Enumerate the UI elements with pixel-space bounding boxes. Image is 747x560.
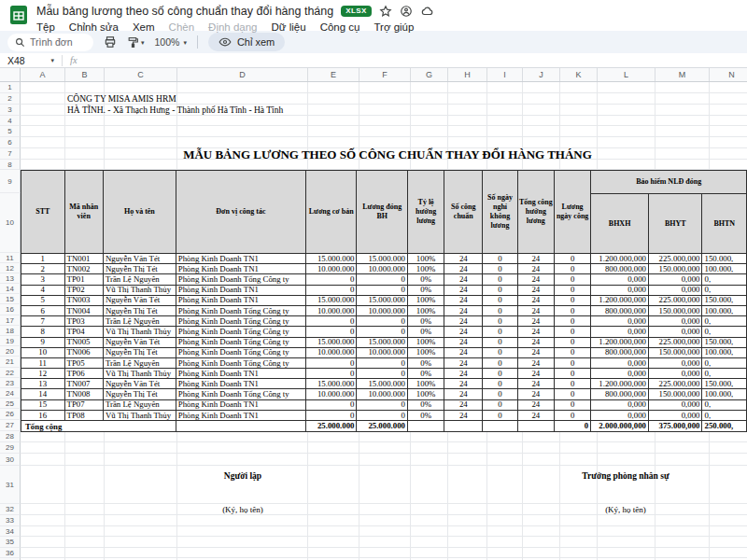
data-cell[interactable]: 0,000 [648, 285, 702, 295]
data-cell[interactable]: 0,000 [648, 410, 702, 420]
grid-cell[interactable] [359, 515, 411, 526]
grid-cell[interactable] [598, 454, 655, 466]
grid-cell[interactable] [359, 82, 411, 93]
grid-cell[interactable] [411, 82, 448, 93]
data-cell[interactable]: Vũ Thị Thanh Thủy [103, 410, 176, 420]
data-cell[interactable]: Vũ Thị Thanh Thủy [103, 327, 176, 337]
data-cell[interactable]: Trần Lệ Nguyên [103, 316, 176, 327]
data-cell[interactable]: TP04 [64, 327, 103, 337]
data-cell[interactable]: 0, [702, 357, 747, 368]
grid-cell[interactable] [710, 515, 747, 526]
data-cell[interactable]: 15.000.000 [357, 295, 407, 305]
grid-cell[interactable] [523, 515, 560, 526]
grid-cell[interactable] [65, 431, 105, 442]
data-cell[interactable]: Trần Lệ Nguyên [103, 399, 176, 410]
grid-cell[interactable] [411, 548, 448, 558]
data-cell[interactable]: 0 [483, 357, 517, 368]
data-cell[interactable]: 10 [21, 347, 65, 357]
data-cell[interactable]: Vũ Thị Thanh Thủy [103, 285, 176, 295]
grid-cell[interactable] [21, 442, 65, 454]
data-cell[interactable]: TP02 [64, 285, 103, 295]
grid-cell[interactable] [411, 105, 448, 116]
grid-cell[interactable] [710, 454, 747, 466]
data-cell[interactable]: 0 [306, 357, 357, 368]
row-header[interactable]: 9 [0, 170, 21, 193]
grid-cell[interactable] [487, 116, 523, 126]
grid-cell[interactable] [598, 105, 655, 116]
data-cell[interactable]: 0 [554, 264, 590, 274]
data-cell[interactable]: 0 [483, 285, 517, 295]
data-cell[interactable]: 0 [483, 254, 517, 264]
grid-cell[interactable] [65, 526, 105, 537]
data-cell[interactable]: 24 [444, 347, 483, 357]
data-cell[interactable]: 100.000, [702, 264, 747, 274]
grid-cell[interactable] [448, 431, 487, 442]
data-cell[interactable]: 24 [444, 410, 483, 420]
select-all-corner[interactable] [0, 68, 21, 81]
grid-cell[interactable] [177, 82, 308, 93]
cloud-status-icon[interactable] [420, 5, 434, 18]
data-cell[interactable]: 0 [554, 357, 590, 368]
grid-cell[interactable] [411, 537, 448, 548]
col-header-stt[interactable]: STT [21, 171, 65, 254]
grid-cell[interactable] [448, 515, 487, 526]
grid-cell[interactable] [21, 82, 65, 93]
grid-cell[interactable] [710, 82, 747, 93]
grid-cell[interactable] [487, 126, 523, 137]
grid-cell[interactable] [177, 454, 308, 466]
col-header-luongdongbh[interactable]: Lương đóng BH [357, 171, 407, 254]
grid-cell[interactable] [411, 93, 448, 105]
data-cell[interactable]: 0 [483, 347, 517, 357]
data-cell[interactable]: 0% [407, 399, 444, 410]
grid-cell[interactable] [105, 504, 177, 515]
data-cell[interactable]: 0,000 [648, 327, 702, 337]
grid-cell[interactable] [655, 82, 710, 93]
menu-item[interactable]: Chỉnh sửa [69, 21, 119, 33]
data-cell[interactable]: 0 [554, 254, 590, 264]
data-cell[interactable]: 24 [444, 264, 483, 274]
menu-item[interactable]: Trợ giúp [374, 21, 414, 33]
data-cell[interactable]: Phòng Kinh Doanh Tổng Công ty [176, 347, 305, 357]
data-cell[interactable]: TN003 [64, 295, 103, 305]
data-cell[interactable]: TN004 [64, 305, 103, 315]
grid-cell[interactable] [177, 526, 308, 537]
data-cell[interactable]: TN001 [64, 254, 103, 264]
grid-cell[interactable] [359, 526, 411, 537]
data-cell[interactable]: 0 [483, 295, 517, 305]
row-header[interactable]: 36 [0, 548, 21, 558]
grid-cell[interactable] [411, 466, 448, 504]
data-cell[interactable]: 0 [357, 357, 407, 368]
star-icon[interactable] [379, 5, 392, 18]
grid-cell[interactable] [21, 126, 65, 137]
data-cell[interactable]: 7 [21, 316, 65, 327]
grid-cell[interactable] [411, 454, 448, 466]
data-cell[interactable]: 0 [483, 327, 517, 337]
data-cell[interactable]: 0, [702, 369, 747, 379]
data-cell[interactable]: 150.000, [702, 295, 747, 305]
data-cell[interactable]: 0,000 [591, 357, 649, 368]
grid-cell[interactable] [448, 116, 487, 126]
grid-cell[interactable] [308, 526, 359, 537]
grid-cell[interactable] [448, 504, 487, 515]
data-cell[interactable]: 9 [21, 337, 65, 347]
column-header-E[interactable]: E [308, 68, 359, 81]
data-cell[interactable]: Phòng Kinh Doanh Tổng Công ty [176, 357, 305, 368]
row-header[interactable]: 11 [0, 253, 21, 263]
data-cell[interactable]: Phòng Kinh Doanh TN1 [176, 254, 305, 264]
grid-cell[interactable] [21, 454, 65, 466]
data-cell[interactable]: 1 [21, 254, 65, 264]
total-cell[interactable] [444, 421, 483, 432]
row-header[interactable]: 23 [0, 378, 21, 388]
data-cell[interactable]: 0 [483, 389, 517, 399]
total-cell[interactable]: 0 [554, 421, 590, 432]
grid-cell[interactable] [177, 548, 308, 558]
data-cell[interactable]: Vũ Thị Thanh Thủy [103, 369, 176, 379]
column-header-A[interactable]: A [21, 68, 65, 81]
data-cell[interactable]: 0, [702, 316, 747, 327]
data-cell[interactable]: 15.000.000 [357, 337, 407, 347]
data-cell[interactable]: 0,000 [591, 285, 649, 295]
data-cell[interactable]: 0% [407, 274, 444, 285]
grid-cell[interactable] [710, 116, 747, 126]
col-header-bhxh[interactable]: BHXH [591, 194, 649, 254]
data-cell[interactable]: 24 [517, 285, 554, 295]
